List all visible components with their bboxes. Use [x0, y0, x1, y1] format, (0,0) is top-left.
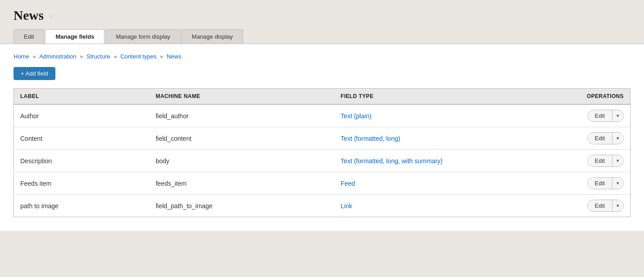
- ops-group: Edit▾: [587, 200, 624, 212]
- col-header-operations: OPERATIONS: [519, 89, 630, 105]
- cell-machine-name: field_content: [150, 127, 335, 150]
- tab-manage-form-display[interactable]: Manage form display: [105, 29, 181, 44]
- edit-button[interactable]: Edit: [588, 155, 612, 166]
- cell-machine-name: body: [150, 150, 335, 172]
- breadcrumb-sep-2: »: [80, 53, 85, 60]
- cell-label: Description: [14, 150, 150, 172]
- col-header-label: LABEL: [14, 89, 150, 105]
- breadcrumb-administration[interactable]: Administration: [39, 53, 76, 60]
- field-type-link[interactable]: Text (formatted, long): [340, 135, 400, 142]
- cell-operations: Edit▾: [519, 127, 630, 150]
- edit-button[interactable]: Edit: [588, 110, 612, 121]
- dropdown-button[interactable]: ▾: [612, 201, 623, 211]
- cell-label: path to image: [14, 195, 150, 217]
- edit-button[interactable]: Edit: [588, 200, 612, 211]
- field-type-link[interactable]: Text (formatted, long, with summary): [340, 157, 442, 165]
- tab-manage-fields[interactable]: Manage fields: [45, 29, 104, 44]
- field-type-link[interactable]: Link: [340, 202, 352, 210]
- breadcrumb-sep-1: »: [32, 53, 37, 60]
- breadcrumb-content-types[interactable]: Content types: [120, 53, 156, 60]
- table-row: Contentfield_contentText (formatted, lon…: [14, 127, 630, 150]
- field-type-link[interactable]: Feed: [340, 180, 355, 187]
- dropdown-button[interactable]: ▾: [612, 156, 623, 166]
- main-content: Home » Administration » Structure » Cont…: [0, 44, 644, 231]
- table-row: Authorfield_authorText (plain)Edit▾: [14, 104, 630, 127]
- table-header-row: LABEL MACHINE NAME FIELD TYPE OPERATIONS: [14, 89, 630, 105]
- page-title: News: [14, 8, 44, 23]
- dropdown-button[interactable]: ▾: [612, 111, 623, 121]
- fields-table: LABEL MACHINE NAME FIELD TYPE OPERATIONS…: [14, 88, 630, 217]
- edit-button[interactable]: Edit: [588, 178, 612, 189]
- cell-field-type: Link: [334, 195, 519, 217]
- col-header-field-type: FIELD TYPE: [334, 89, 519, 105]
- tabs-bar: Edit Manage fields Manage form display M…: [14, 29, 630, 44]
- cell-operations: Edit▾: [519, 195, 630, 217]
- breadcrumb-sep-3: »: [113, 53, 118, 60]
- cell-label: Author: [14, 104, 150, 127]
- cell-label: Content: [14, 127, 150, 150]
- add-field-button[interactable]: + Add field: [14, 67, 55, 80]
- cell-field-type: Text (formatted, long, with summary): [334, 150, 519, 172]
- cell-machine-name: feeds_item: [150, 172, 335, 195]
- ops-group: Edit▾: [587, 155, 624, 167]
- dropdown-button[interactable]: ▾: [612, 178, 623, 188]
- cell-field-type: Feed: [334, 172, 519, 195]
- page-header: News ☆ Edit Manage fields Manage form di…: [0, 0, 644, 44]
- cell-operations: Edit▾: [519, 150, 630, 172]
- col-header-machine-name: MACHINE NAME: [150, 89, 335, 105]
- edit-button[interactable]: Edit: [588, 133, 612, 144]
- table-row: path to imagefield_path_to_imageLinkEdit…: [14, 195, 630, 217]
- cell-label: Feeds item: [14, 172, 150, 195]
- breadcrumb-sep-4: »: [160, 53, 165, 60]
- dropdown-button[interactable]: ▾: [612, 133, 623, 143]
- tab-edit[interactable]: Edit: [14, 29, 44, 44]
- field-type-link[interactable]: Text (plain): [340, 112, 371, 120]
- table-row: Feeds itemfeeds_itemFeedEdit▾: [14, 172, 630, 195]
- cell-operations: Edit▾: [519, 104, 630, 127]
- page-title-row: News ☆: [14, 8, 630, 23]
- cell-machine-name: field_path_to_image: [150, 195, 335, 217]
- breadcrumb-structure[interactable]: Structure: [86, 53, 110, 60]
- ops-group: Edit▾: [587, 110, 624, 122]
- breadcrumb-news[interactable]: News: [167, 53, 181, 60]
- breadcrumb-home[interactable]: Home: [14, 53, 29, 60]
- tab-manage-display[interactable]: Manage display: [181, 29, 243, 44]
- cell-operations: Edit▾: [519, 172, 630, 195]
- ops-group: Edit▾: [587, 177, 624, 189]
- breadcrumb: Home » Administration » Structure » Cont…: [14, 53, 630, 60]
- cell-field-type: Text (plain): [334, 104, 519, 127]
- ops-group: Edit▾: [587, 132, 624, 144]
- cell-machine-name: field_author: [150, 104, 335, 127]
- table-row: DescriptionbodyText (formatted, long, wi…: [14, 150, 630, 172]
- favorite-star-icon[interactable]: ☆: [48, 12, 54, 20]
- cell-field-type: Text (formatted, long): [334, 127, 519, 150]
